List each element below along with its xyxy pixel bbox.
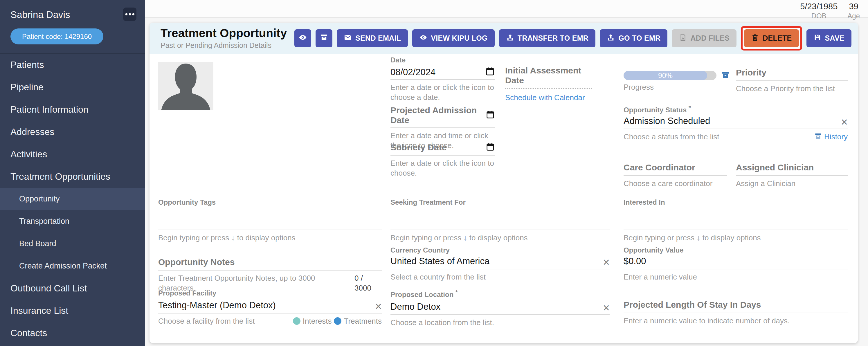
delete-button[interactable]: DELETE [744,29,799,47]
progress-history-icon[interactable] [721,70,730,81]
sobriety-date-field: Sobriety Date Enter a date or click the … [391,142,495,178]
age-block: 39 Age [847,2,860,20]
card-header: Treatment Opportunity Past or Pending Ad… [150,23,858,54]
assigned-clinician-helper: Assign a Clinician [736,179,848,188]
clear-facility-icon[interactable]: × [375,302,382,311]
dob-block: 5/23/1985 DOB [800,2,838,20]
interested-in-helper: Begin typing or press ↓ to display optio… [624,233,848,243]
interested-in-field: Interested In Begin typing or press ↓ to… [624,198,848,243]
opportunity-tags-helper: Begin typing or press ↓ to display optio… [158,233,382,243]
projected-admission-date-label[interactable]: Projected Admission Date [391,105,486,125]
seeking-treatment-for-field: Seeking Treatment For Begin typing or pr… [391,198,610,243]
envelope-icon [344,33,352,43]
treatments-legend-label: Treatments [344,317,382,326]
projected-length-of-stay-helper: Enter a numeric value to indicate number… [624,316,848,326]
sidebar-item-addresses[interactable]: Addresses [0,121,145,143]
opportunity-status-input[interactable]: Admission Scheduled [624,116,710,126]
currency-country-helper: Select a country from the list [391,272,610,282]
opportunity-status-label: Opportunity Status * [624,104,848,114]
age-label: Age [847,12,860,20]
priority-field: Priority Choose a Priority from the list [736,68,848,93]
sidebar-subitem-opportunity[interactable]: Opportunity [0,188,145,210]
clear-country-icon[interactable]: × [603,258,610,266]
priority-label[interactable]: Priority [736,68,848,81]
sidebar-subitem-transportation[interactable]: Transportation [0,210,145,232]
page-title: Treatment Opportunity [160,27,287,40]
seeking-treatment-for-helper: Begin typing or press ↓ to display optio… [391,233,610,243]
upload-icon [607,33,615,43]
opportunity-tags-label: Opportunity Tags [158,198,382,207]
proposed-facility-input[interactable]: Testing-Master (Demo Detox) [158,300,276,311]
facility-legend: Interests Treatments [293,317,382,326]
send-email-button[interactable]: SEND EMAIL [337,29,408,47]
initial-assessment-date-field: Initial Assessment Date Schedule with Ca… [505,66,592,102]
opportunity-value-input[interactable]: $0.00 [624,256,646,266]
proposed-location-label: Proposed Location * [391,289,610,299]
eye-icon [419,33,427,43]
sidebar-item-treatment-opportunities[interactable]: Treatment Opportunities [0,165,145,188]
opportunity-notes-label[interactable]: Opportunity Notes [158,257,382,271]
patient-photo-placeholder[interactable] [158,62,213,110]
sidebar-item-outbound-call-list[interactable]: Outbound Call List [0,277,145,300]
projected-length-of-stay-field: Projected Length Of Stay In Days Enter a… [624,300,848,326]
initial-assessment-date-label: Initial Assessment Date [505,66,592,89]
treatments-dot-icon [334,317,341,325]
preview-button[interactable] [294,29,311,47]
calendar-icon[interactable] [486,110,495,121]
sidebar-subitem-create-admission-packet[interactable]: Create Admission Packet [0,255,145,277]
opportunity-tags-input[interactable] [158,207,382,230]
status-history-link[interactable]: History [814,132,848,141]
go-to-emr-button[interactable]: GO TO EMR [600,29,668,47]
more-options-button[interactable] [123,7,136,21]
trash-icon [751,33,759,43]
priority-helper: Choose a Priority from the list [736,84,848,93]
person-silhouette-icon [158,62,213,110]
care-coordinator-field: Care Coordinator Choose a care coordinat… [624,162,727,188]
sidebar-subitem-bed-board[interactable]: Bed Board [0,232,145,255]
add-files-button[interactable]: ADD FILES [672,29,737,47]
sidebar: Sabrina Davis Patient code: 1429160 Pati… [0,0,145,346]
currency-country-input[interactable]: United States of America [391,256,490,266]
history-icon [814,132,822,141]
sidebar-item-patient-information[interactable]: Patient Information [0,98,145,121]
sobriety-date-label[interactable]: Sobriety Date [391,143,446,152]
save-button[interactable]: SAVE [806,29,851,47]
sidebar-item-contacts[interactable]: Contacts [0,322,145,344]
save-icon [813,33,822,43]
interested-in-input[interactable] [624,207,848,230]
sidebar-item-activities[interactable]: Activities [0,143,145,165]
proposed-facility-field: Proposed Facility Testing-Master (Demo D… [158,289,382,326]
progress-fill: 90% [624,71,707,80]
transfer-to-emr-button[interactable]: TRANSFER TO EMR [499,29,595,47]
age-value: 39 [847,2,860,11]
opportunity-notes-field: Opportunity Notes Enter Treatment Opport… [158,257,382,293]
sidebar-item-pipeline[interactable]: Pipeline [0,76,145,98]
opportunity-value-label: Opportunity Value [624,246,848,254]
assigned-clinician-label[interactable]: Assigned Clinician [736,162,848,176]
interested-in-label: Interested In [624,198,848,207]
patient-code-badge[interactable]: Patient code: 1429160 [10,28,103,44]
clear-location-icon[interactable]: × [603,303,610,312]
view-kipu-log-button[interactable]: VIEW KIPU LOG [412,29,495,47]
care-coordinator-label[interactable]: Care Coordinator [624,162,727,176]
sidebar-item-patients[interactable]: Patients [0,54,145,76]
calendar-icon[interactable] [485,66,495,77]
interests-legend-label: Interests [303,317,332,326]
schedule-with-calendar-link[interactable]: Schedule with Calendar [505,93,592,102]
archive-button[interactable] [315,29,332,47]
currency-country-label: Currency Country [391,246,610,254]
archive-icon [320,33,328,43]
dob-label: DOB [800,12,838,20]
proposed-location-input[interactable]: Demo Detox [391,302,440,312]
clear-status-icon[interactable]: × [841,118,848,126]
assigned-clinician-field: Assigned Clinician Assign a Clinician [736,162,848,188]
seeking-treatment-for-input[interactable] [391,207,610,230]
date-input[interactable]: 08/02/2024 [391,67,435,77]
interests-dot-icon [293,317,301,325]
projected-length-of-stay-label[interactable]: Projected Length Of Stay In Days [624,300,848,313]
care-coordinator-helper: Choose a care coordinator [624,179,727,188]
calendar-icon[interactable] [486,142,495,153]
sidebar-item-insurance-list[interactable]: Insurance List [0,300,145,322]
proposed-facility-helper: Choose a facility from the list [158,316,255,326]
opportunity-value-helper: Enter a numeric value [624,272,848,282]
